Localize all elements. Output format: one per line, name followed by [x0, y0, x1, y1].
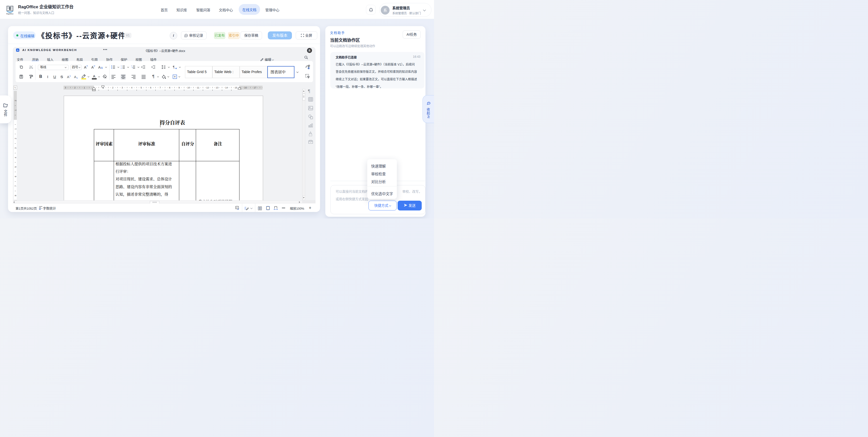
svg-text:1: 1 — [69, 75, 71, 77]
svg-text:A: A — [67, 75, 69, 79]
svg-text:1: 1 — [121, 65, 122, 67]
svg-text:RagOffice: RagOffice — [6, 13, 13, 14]
svg-text:A: A — [91, 65, 94, 69]
svg-text:A: A — [74, 75, 76, 79]
svg-text:A: A — [236, 207, 238, 209]
svg-text:A: A — [98, 65, 101, 69]
svg-text:¶: ¶ — [173, 65, 175, 69]
svg-text:12: 12 — [39, 208, 41, 210]
svg-text:a: a — [132, 66, 133, 68]
svg-text:2: 2 — [121, 67, 122, 69]
svg-text:1: 1 — [76, 77, 78, 79]
svg-text:A: A — [84, 65, 87, 69]
svg-text:A: A — [101, 66, 103, 69]
